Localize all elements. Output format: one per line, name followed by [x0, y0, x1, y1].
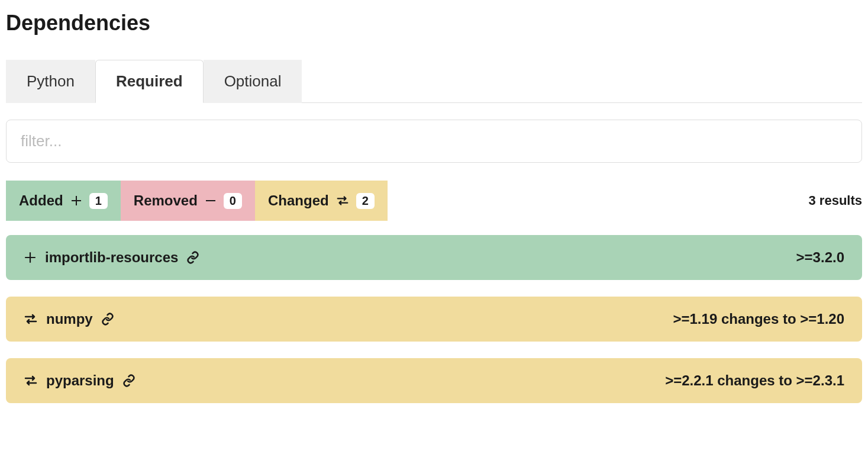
dependency-version: >=2.2.1 changes to >=2.3.1 [665, 372, 844, 389]
filter-removed-button[interactable]: Removed 0 [121, 181, 255, 221]
dependency-version: >=3.2.0 [796, 249, 844, 266]
dependency-name: importlib-resources [45, 249, 178, 266]
link-icon[interactable] [101, 313, 114, 326]
controls-row: Added 1 Removed 0 Changed 2 3 results [6, 181, 862, 221]
plus-icon [70, 195, 82, 207]
filter-added-button[interactable]: Added 1 [6, 181, 121, 221]
dependency-name: pyparsing [46, 372, 114, 389]
minus-icon [205, 195, 217, 207]
tab-bar: Python Required Optional [6, 59, 862, 103]
dependency-row: numpy >=1.19 changes to >=1.20 [6, 297, 862, 342]
dependency-version: >=1.19 changes to >=1.20 [673, 311, 844, 327]
removed-count: 0 [224, 193, 242, 209]
link-icon[interactable] [186, 251, 199, 264]
swap-icon [24, 312, 38, 326]
tab-python[interactable]: Python [6, 60, 95, 103]
filter-input[interactable] [6, 120, 862, 163]
added-label: Added [19, 192, 63, 209]
tab-optional[interactable]: Optional [204, 60, 302, 103]
swap-icon [24, 374, 38, 388]
tab-required[interactable]: Required [95, 60, 204, 103]
changed-count: 2 [356, 193, 375, 209]
page-title: Dependencies [6, 11, 862, 36]
removed-label: Removed [134, 192, 198, 209]
dependency-list: importlib-resources >=3.2.0 numpy [6, 235, 862, 403]
dependency-left: numpy [24, 311, 114, 327]
link-icon[interactable] [122, 374, 135, 387]
swap-icon [336, 194, 349, 207]
added-count: 1 [89, 193, 108, 209]
dependency-left: pyparsing [24, 372, 135, 389]
dependency-left: importlib-resources [24, 249, 199, 266]
dependency-name: numpy [46, 311, 93, 327]
changed-label: Changed [268, 192, 329, 209]
badge-group: Added 1 Removed 0 Changed 2 [6, 181, 388, 221]
filter-changed-button[interactable]: Changed 2 [255, 181, 388, 221]
plus-icon [24, 251, 37, 264]
results-count: 3 results [809, 193, 863, 208]
dependency-row: importlib-resources >=3.2.0 [6, 235, 862, 280]
dependency-row: pyparsing >=2.2.1 changes to >=2.3.1 [6, 358, 862, 403]
